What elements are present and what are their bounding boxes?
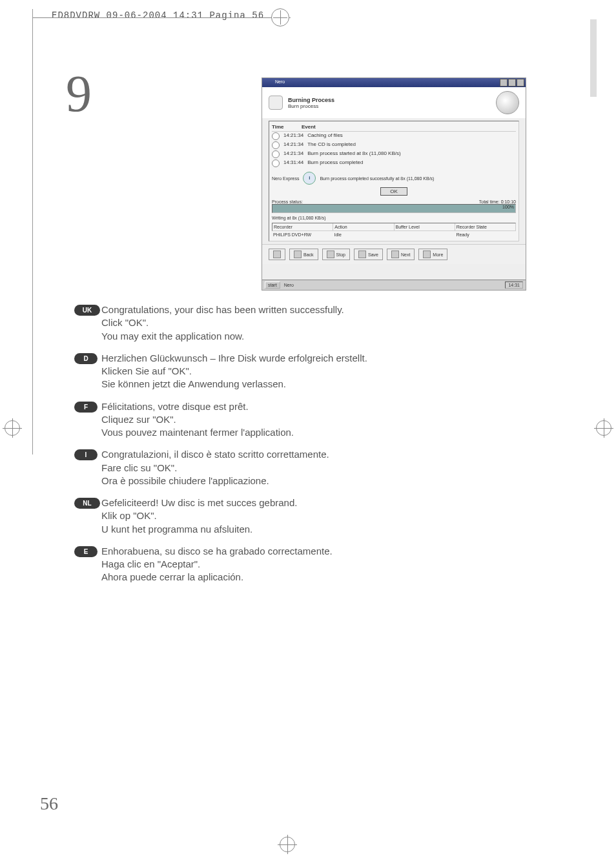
log-time: 14:21:34 (283, 132, 303, 140)
status-icon (272, 132, 280, 140)
info-title: Nero Express (272, 176, 299, 181)
lang-uk: UK Congratulations, your disc has been w… (74, 303, 488, 343)
log-col-time: Time (272, 124, 298, 130)
app-subheading: Burn process (288, 103, 318, 109)
lang-line: Congratulazioni, il disco è stato scritt… (101, 448, 488, 461)
lang-line: Herzlichen Glückwunsch – Ihre Disk wurde… (101, 352, 488, 365)
lang-pill-i: I (74, 449, 98, 460)
lang-line: Enhorabuena, su disco se ha grabado corr… (101, 545, 488, 558)
lang-line: Ahora puede cerrar la aplicación. (101, 571, 488, 584)
lang-line: You may exit the application now. (101, 330, 488, 343)
header-rule (32, 17, 291, 18)
lang-nl: NL Gefeliciteerd! Uw disc is met succes … (74, 496, 488, 536)
info-message: Burn process completed successfully at 8… (320, 176, 516, 181)
lang-line: Cliquez sur "OK". (101, 413, 488, 426)
info-dialog: Nero Express i Burn process completed su… (272, 172, 516, 185)
log-event: Caching of files (307, 132, 343, 140)
header-crop-mark (271, 8, 289, 26)
back-button[interactable]: Back (289, 249, 318, 260)
cell-recorder: PHILIPS DVD+RW (272, 232, 333, 237)
crop-mark-bottom (278, 835, 297, 854)
ok-button[interactable]: OK (380, 187, 407, 196)
lang-pill-d: D (74, 353, 98, 364)
lang-pill-uk: UK (74, 305, 100, 316)
log-time: 14:31:44 (283, 159, 303, 167)
nero-button[interactable] (269, 249, 285, 260)
minimize-icon[interactable] (500, 79, 508, 87)
cell-action: Idle (333, 232, 395, 237)
stop-button[interactable]: Stop (322, 249, 350, 260)
lang-line: Klicken Sie auf "OK". (101, 365, 488, 378)
lang-line: Félicitations, votre disque est prêt. (101, 400, 488, 413)
crop-mark-right (594, 418, 613, 438)
step-number: 9 (66, 65, 92, 123)
col-state: Recorder State (455, 223, 515, 230)
save-button[interactable]: Save (354, 249, 383, 260)
nero-screenshot: Nero Burning Process Burn process Time E… (262, 77, 526, 291)
back-icon (294, 250, 302, 258)
system-tray: 14:31 (505, 281, 523, 289)
window-title: Nero (262, 78, 526, 85)
close-icon[interactable] (517, 79, 524, 87)
lang-line: Vous pouvez maintenant fermer l'applicat… (101, 426, 488, 439)
info-icon: i (303, 172, 316, 185)
progress-percent: 100% (502, 205, 514, 209)
col-buffer: Buffer Level (395, 223, 455, 230)
start-button[interactable]: start (265, 281, 280, 289)
cell-state: Ready (455, 232, 517, 237)
log-panel: Time Event 14:21:34Caching of files 14:2… (269, 121, 519, 241)
lang-line: Sie können jetzt die Anwendung verlassen… (101, 378, 488, 391)
lang-line: Congratulations, your disc has been writ… (101, 303, 488, 316)
more-button[interactable]: More (418, 249, 447, 260)
log-event: The CD is completed (307, 141, 356, 149)
crop-mark-left (3, 418, 22, 438)
taskbar: start Nero 14:31 (262, 280, 526, 290)
instructions-block: UK Congratulations, your disc has been w… (74, 303, 488, 593)
taskbar-item[interactable]: Nero (284, 283, 294, 287)
lang-line: Click "OK". (101, 316, 488, 329)
lang-line: Ora è possibile chiudere l'applicazione. (101, 475, 488, 487)
log-col-event: Event (302, 124, 316, 130)
lang-line: Gefeliciteerd! Uw disc is met succes geb… (101, 496, 488, 509)
recorder-table-row: PHILIPS DVD+RW Idle Ready (272, 231, 516, 238)
lang-d: D Herzlichen Glückwunsch – Ihre Disk wur… (74, 352, 488, 391)
lang-line: Fare clic su "OK". (101, 462, 488, 475)
window-titlebar: Nero (262, 78, 526, 87)
window-controls[interactable] (500, 79, 524, 87)
lang-line: Haga clic en "Aceptar". (101, 558, 488, 571)
total-time-label: Total time: (479, 199, 500, 204)
app-heading: Burning Process (288, 97, 334, 103)
col-action: Action (333, 223, 394, 230)
lang-pill-nl: NL (74, 498, 100, 509)
save-icon (358, 250, 366, 258)
page-edge-shade (590, 19, 597, 97)
lang-i: I Congratulazioni, il disco è stato scri… (74, 448, 488, 487)
flame-icon (273, 250, 281, 258)
lang-pill-f: F (74, 402, 98, 413)
app-header: Burning Process Burn process (262, 87, 526, 118)
log-time: 14:21:34 (283, 141, 303, 149)
log-time: 14:21:34 (283, 150, 303, 158)
total-time-value: 0:10:10 (501, 199, 516, 204)
recorder-table-header: Recorder Action Buffer Level Recorder St… (272, 223, 516, 231)
page-number: 56 (40, 793, 58, 814)
side-rule (32, 9, 33, 455)
header-text: ED8DVDRW 09-06-2004 14:31 Pagina 56 (52, 10, 264, 21)
status-icon (272, 159, 280, 167)
lang-line: Klik op "OK". (101, 509, 488, 522)
app-icon (269, 96, 283, 110)
col-recorder: Recorder (272, 223, 333, 230)
writing-speed-label: Writing at 8x (11,080 KB/s) (272, 216, 516, 220)
lang-f: F Félicitations, votre disque est prêt. … (74, 400, 488, 440)
status-icon (272, 150, 280, 158)
lang-e: E Enhorabuena, su disco se ha grabado co… (74, 545, 488, 584)
log-event: Burn process started at 8x (11,080 KB/s) (307, 150, 401, 158)
maximize-icon[interactable] (508, 79, 516, 87)
next-button[interactable]: Next (387, 249, 415, 260)
lang-pill-e: E (74, 546, 98, 557)
next-icon (391, 250, 399, 258)
bottom-toolbar: Back Stop Save Next More (262, 244, 526, 264)
progress-bar: 100% (272, 204, 516, 213)
log-event: Burn process completed (307, 159, 363, 167)
nero-logo-icon (496, 91, 519, 114)
